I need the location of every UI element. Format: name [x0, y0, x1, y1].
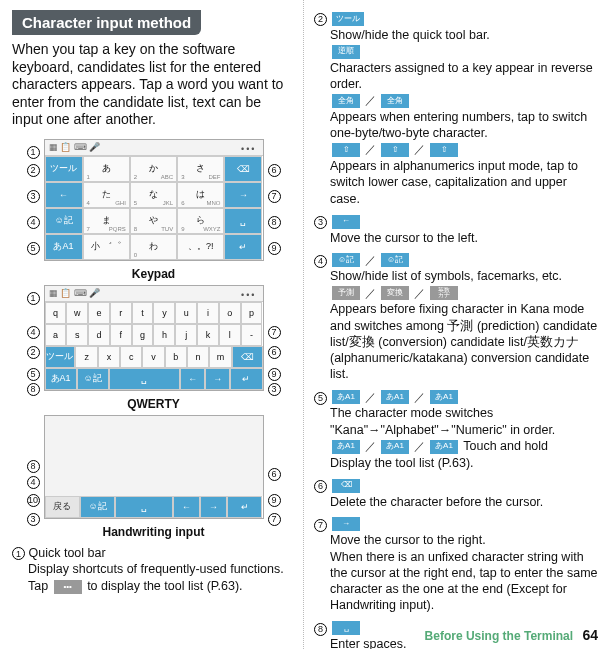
keypad-label: Keypad — [132, 267, 175, 281]
footer-page: 64 — [582, 627, 598, 643]
qwerty-right: → — [205, 368, 230, 390]
callout-3: 3 — [314, 216, 327, 229]
item-1: 1 Quick tool bar Display shortcuts of fr… — [12, 545, 295, 596]
chip-shift3: ⇧ — [430, 143, 458, 157]
item-2: 2 ツール Show/hide the quick tool bar. 逆順 C… — [314, 10, 598, 207]
qwerty-enter: ↵ — [230, 368, 262, 390]
toolbar-icons: ▦ 📋 ⌨ 🎤 — [49, 288, 101, 298]
callout-6: 6 — [314, 480, 327, 493]
keypad-key-ta: た4GHI — [83, 182, 130, 208]
callout-4: 4 — [27, 476, 40, 489]
keypad-key-ya: や8TUV — [130, 208, 177, 234]
chip-shift1: ⇧ — [332, 143, 360, 157]
chip-emoji1: ☺記 — [332, 253, 360, 267]
callout-7: 7 — [268, 190, 281, 203]
callout-6: 6 — [268, 346, 281, 359]
qwerty-key-m: m — [209, 346, 231, 368]
i8-line1: Enter spaces. — [330, 637, 406, 649]
item-1-body-b: to display the tool list (P.63). — [87, 579, 242, 593]
section-title: Character input method — [12, 10, 201, 35]
keypad-key-a: あ1 — [83, 156, 130, 182]
item-1-title: Quick tool bar — [28, 546, 105, 560]
chip-left: ← — [332, 215, 360, 229]
qwerty-key-k: k — [197, 324, 219, 346]
qwerty-key-r: r — [110, 302, 132, 324]
keypad-left: ← — [45, 182, 83, 208]
qwerty-key-v: v — [142, 346, 164, 368]
qwerty-emoji: ☺記 — [77, 368, 109, 390]
qwerty-key-h: h — [153, 324, 175, 346]
callout-9: 9 — [268, 242, 281, 255]
qwerty-delete: ⌫ — [232, 346, 263, 368]
keypad-tool: ツール — [45, 156, 83, 182]
chip-hold2: あA1 — [381, 440, 409, 454]
qwerty-key-e: e — [88, 302, 110, 324]
callout-7: 7 — [314, 519, 327, 532]
item-4: 4 ☺記／☺記 Show/hide list of symbols, facem… — [314, 252, 598, 383]
qwerty-space: ␣ — [109, 368, 180, 390]
qwerty-key--: - — [241, 324, 263, 346]
i4-line2: Appears before fixing character in Kana … — [330, 302, 597, 381]
qwerty-key-y: y — [153, 302, 175, 324]
callout-1: 1 — [27, 146, 40, 159]
callout-2: 2 — [314, 13, 327, 26]
qwerty-key-x: x — [98, 346, 120, 368]
callout-8: 8 — [27, 383, 40, 396]
hand-space: ␣ — [115, 496, 173, 518]
callout-8: 8 — [314, 623, 327, 636]
item-3: 3 ← Move the cursor to the left. — [314, 213, 598, 246]
hand-enter: ↵ — [227, 496, 262, 518]
chip-half: 全角 — [381, 94, 409, 108]
chip-delete: ⌫ — [332, 479, 360, 493]
i2-line2: Characters assigned to a key appear in r… — [330, 61, 593, 91]
callout-3: 3 — [27, 190, 40, 203]
callout-7: 7 — [268, 326, 281, 339]
callout-5: 5 — [27, 368, 40, 381]
qwerty-key-a: a — [45, 324, 67, 346]
qwerty-left: ← — [180, 368, 205, 390]
keypad-space: ␣ — [224, 208, 262, 234]
toolbar-more-icon — [241, 140, 256, 155]
keypad-key-ma: ま7PQRS — [83, 208, 130, 234]
chip-hold3: あA1 — [430, 440, 458, 454]
i2-line3: Appears when entering numbers, tap to sw… — [330, 110, 587, 140]
chip-shift2: ⇧ — [381, 143, 409, 157]
keypad-enter: ↵ — [224, 234, 262, 260]
callout-5: 5 — [314, 392, 327, 405]
callout-7: 7 — [268, 513, 281, 526]
item-7: 7 → Move the cursor to the right. When t… — [314, 516, 598, 614]
chip-mode1: あA1 — [332, 390, 360, 404]
page-footer: Before Using the Terminal 64 — [425, 627, 598, 643]
chip-reverse: 逆順 — [332, 45, 360, 59]
callout-1: 1 — [27, 292, 40, 305]
keypad-diagram: ▦ 📋 ⌨ 🎤 ツール あ1 か2ABC さ3DEF ⌫ ← た4GHI な5J… — [44, 139, 264, 261]
callout-1: 1 — [12, 547, 25, 560]
callout-2: 2 — [27, 164, 40, 177]
qwerty-key-w: w — [66, 302, 88, 324]
chip-mode3: あA1 — [430, 390, 458, 404]
qwerty-key-l: l — [219, 324, 241, 346]
qwerty-key-j: j — [175, 324, 197, 346]
chip-tool: ツール — [332, 12, 364, 26]
handwriting-diagram: 戻る ☺記 ␣ ← → ↵ 8 4 10 3 6 9 7 — [44, 415, 264, 519]
qwerty-key-g: g — [132, 324, 154, 346]
keypad-key-wa: わ0 — [130, 234, 177, 260]
callout-6: 6 — [268, 164, 281, 177]
chip-pred: 予測 — [332, 286, 360, 300]
qwerty-key-n: n — [187, 346, 209, 368]
chip-hold1: あA1 — [332, 440, 360, 454]
i6-line: Delete the character before the cursor. — [330, 495, 543, 509]
qwerty-key-o: o — [219, 302, 241, 324]
keypad-key-ka: か2ABC — [130, 156, 177, 182]
callout-6: 6 — [268, 468, 281, 481]
qwerty-key-z: z — [75, 346, 97, 368]
qwerty-key-b: b — [165, 346, 187, 368]
i5-line1: The character mode switches "Kana"→"Alph… — [330, 406, 555, 436]
item-5: 5 あA1／あA1／あA1 The character mode switche… — [314, 389, 598, 471]
item-6: 6 ⌫ Delete the character before the curs… — [314, 477, 598, 510]
callout-3: 3 — [27, 513, 40, 526]
callout-9: 9 — [268, 494, 281, 507]
qwerty-key-d: d — [88, 324, 110, 346]
qwerty-key-s: s — [66, 324, 88, 346]
i7-line: Move the cursor to the right. When there… — [330, 533, 598, 612]
